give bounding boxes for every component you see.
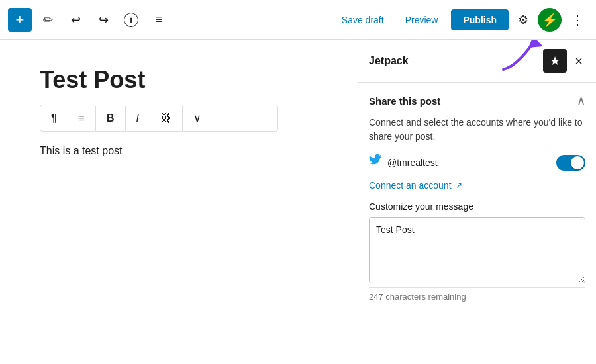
undo-icon: ↩ [71,13,81,27]
post-body: This is a test post [40,145,318,157]
sidebar: Jetpack ★ × Share this post ∧ Connect an… [358,40,596,364]
align-format-button[interactable]: ≡ [68,106,96,131]
more-button[interactable]: ⋮ [567,8,588,32]
connect-account-row: Connect an account ↗ [369,180,585,191]
close-sidebar-button[interactable]: × [572,51,585,71]
message-textarea[interactable]: Test Post [369,217,585,283]
star-icon: ★ [550,54,560,68]
toolbar-right: Save draft Preview Publish ⚙ ⚡ ⋮ [334,8,588,32]
post-title: Test Post [40,66,318,94]
redo-icon: ↪ [99,13,109,27]
menu-lines-icon: ≡ [156,13,163,26]
connect-account-link[interactable]: Connect an account [369,180,452,191]
settings-button[interactable]: ⚙ [514,9,532,31]
share-title: Share this post [369,95,440,107]
customize-message-section: Customize your message Test Post 247 cha… [369,201,585,306]
close-icon: × [575,54,583,68]
more-icon: ⋮ [571,13,584,27]
chevron-up-icon[interactable]: ∧ [577,93,585,108]
undo-button[interactable]: ↩ [64,8,87,32]
redo-button[interactable]: ↪ [91,8,115,32]
menu-button[interactable]: ≡ [147,8,171,32]
share-description: Connect and select the accounts where yo… [369,116,585,144]
more-format-button[interactable]: ∨ [183,105,212,131]
arrow-container [497,40,550,75]
toggle-knob [571,156,584,169]
arrow-icon [497,40,550,73]
info-button[interactable]: i [119,8,143,32]
svg-marker-0 [528,40,543,48]
jetpack-icon: ⚡ [542,12,558,28]
twitter-toggle[interactable] [556,155,585,171]
publish-button[interactable]: Publish [451,9,509,30]
share-section: Share this post ∧ Connect and select the… [358,83,596,316]
main-toolbar: + ✏ ↩ ↪ i ≡ Save draft Preview Publish ⚙… [0,0,596,40]
main-area: Test Post ¶ ≡ B I ⛓ ∨ This is a test pos… [0,40,596,364]
bold-format-button[interactable]: B [96,106,126,131]
add-button[interactable]: + [8,8,32,32]
external-link-icon: ↗ [456,181,462,190]
gear-icon: ⚙ [518,13,528,26]
sidebar-header: Jetpack ★ × [358,40,596,83]
customize-message-label: Customize your message [369,201,585,212]
italic-format-button[interactable]: I [126,106,150,131]
link-format-button[interactable]: ⛓ [150,106,183,131]
editor-area: Test Post ¶ ≡ B I ⛓ ∨ This is a test pos… [0,40,358,364]
info-icon: i [124,13,138,27]
toolbar-left: + ✏ ↩ ↪ i ≡ [8,8,331,32]
twitter-account-row: @tmrealtest [369,154,585,171]
share-header: Share this post ∧ [369,93,585,108]
paragraph-format-button[interactable]: ¶ [40,106,68,131]
twitter-account-name: @tmrealtest [387,158,556,168]
jetpack-button[interactable]: ⚡ [538,8,562,32]
char-count: 247 characters remaining [369,287,585,306]
pencil-icon: ✏ [43,13,53,27]
twitter-icon [369,154,382,171]
save-draft-button[interactable]: Save draft [334,11,392,29]
format-toolbar: ¶ ≡ B I ⛓ ∨ [40,105,278,132]
preview-button[interactable]: Preview [397,11,446,29]
pencil-button[interactable]: ✏ [36,8,60,32]
